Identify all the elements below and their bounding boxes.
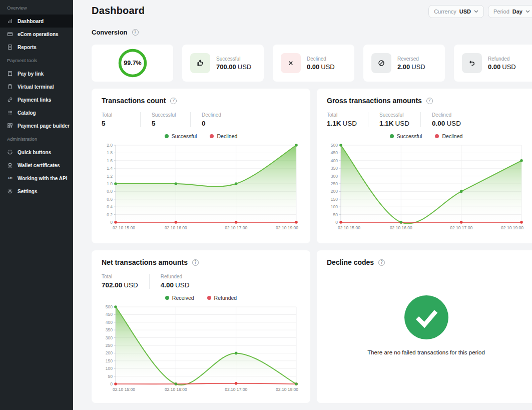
certificate-badge-icon xyxy=(7,162,13,168)
empty-state-message: There are no failed transactions for thi… xyxy=(367,349,485,355)
card-label: Declined xyxy=(307,56,335,62)
help-icon[interactable]: ? xyxy=(378,259,385,266)
conversion-stat-card: Refunded 0.00USD xyxy=(454,45,532,82)
conversion-rate-card: 99.7% xyxy=(92,45,173,82)
panel-transactions-count: Transactions count ? Total 5 Successful … xyxy=(92,89,310,243)
legend-label: Successful xyxy=(172,133,197,139)
sidebar-item[interactable]: Catalog xyxy=(0,106,73,119)
help-icon[interactable]: ? xyxy=(192,259,199,266)
svg-text:02.10 15:00: 02.10 15:00 xyxy=(338,225,360,230)
svg-text:450: 450 xyxy=(331,150,338,155)
svg-text:2.0: 2.0 xyxy=(107,143,113,148)
conversion-cards-row: 99.7% Successful 700.00USD xyxy=(92,45,532,82)
svg-text:1.4: 1.4 xyxy=(107,166,113,171)
stat: Declined 0 xyxy=(202,112,241,127)
legend-dot xyxy=(435,134,439,138)
credit-card-icon xyxy=(7,31,13,37)
svg-text:400: 400 xyxy=(331,158,338,163)
layout-grid-icon xyxy=(7,123,13,129)
sidebar-item[interactable]: Payment links xyxy=(0,93,73,106)
svg-text:02.10 16:00: 02.10 16:00 xyxy=(165,387,187,392)
svg-text:0.2: 0.2 xyxy=(107,212,113,217)
svg-text:150: 150 xyxy=(106,358,113,363)
help-icon[interactable]: ? xyxy=(170,98,177,104)
legend-item[interactable]: Refunded xyxy=(207,295,237,301)
stat: Total 702.00USD xyxy=(102,274,150,289)
help-icon[interactable]: ? xyxy=(132,29,139,36)
svg-text:450: 450 xyxy=(106,312,113,317)
sidebar-item[interactable]: Working with the API xyxy=(0,172,73,185)
card-label: Reversed xyxy=(397,56,425,62)
svg-text:50: 50 xyxy=(108,374,113,379)
api-icon xyxy=(7,175,13,181)
stat: Declined 0.00USD xyxy=(432,112,472,127)
main-content: Dashboard Currency USD Period Day Conver… xyxy=(73,0,532,410)
card-label: Successful xyxy=(216,56,251,62)
svg-text:0: 0 xyxy=(110,381,113,386)
svg-text:300: 300 xyxy=(106,335,113,340)
legend-item[interactable]: Successful xyxy=(390,133,422,139)
gross-amounts-chart: 05010015020025030035040045050002.10 15:0… xyxy=(327,141,525,232)
sidebar-item-label: Wallet certificates xyxy=(18,163,60,168)
sidebar-section: Overview Dashboard eCom operations xyxy=(0,5,73,54)
card-value: 0.00USD xyxy=(488,63,516,71)
panel-title: Net transactions amounts xyxy=(102,258,188,266)
sidebar-item[interactable]: Wallet certificates xyxy=(0,159,73,172)
list-icon xyxy=(7,110,13,116)
sidebar-section: Payment tools Pay by link Virtual termin… xyxy=(0,58,73,132)
sidebar-section-label: Overview xyxy=(7,5,66,11)
sidebar-item-label: Virtual terminal xyxy=(18,84,54,90)
sidebar-item[interactable]: Payment page builder xyxy=(0,119,73,132)
period-select[interactable]: Period Day xyxy=(488,5,532,18)
conversion-section-title: Conversion xyxy=(92,29,128,36)
svg-text:200: 200 xyxy=(106,350,113,355)
legend-item[interactable]: Declined xyxy=(435,133,462,139)
help-icon[interactable]: ? xyxy=(426,98,433,104)
card-label: Refunded xyxy=(488,56,516,62)
sparkle-icon xyxy=(7,149,13,155)
thumbs-up-icon xyxy=(196,59,204,67)
panel-net-amounts: Net transactions amounts ? Total 702.00U… xyxy=(92,250,310,403)
svg-text:250: 250 xyxy=(106,343,113,348)
stat: Successful 5 xyxy=(152,112,191,127)
chevron-down-icon xyxy=(474,10,478,13)
svg-text:1.6: 1.6 xyxy=(107,158,113,163)
svg-text:02.10 17:00: 02.10 17:00 xyxy=(450,225,472,230)
svg-text:02.10 15:00: 02.10 15:00 xyxy=(113,387,135,392)
sidebar-item[interactable]: Virtual terminal xyxy=(0,80,73,93)
panel-title: Gross transactions amounts xyxy=(327,97,422,105)
receipt-icon xyxy=(7,71,13,77)
svg-text:02.10 16:00: 02.10 16:00 xyxy=(165,225,187,230)
sidebar-item-label: Working with the API xyxy=(18,176,67,181)
slash-circle-icon xyxy=(377,59,385,67)
sidebar-item[interactable]: Pay by link xyxy=(0,67,73,80)
page-title: Dashboard xyxy=(92,5,145,17)
legend-dot xyxy=(207,296,211,300)
sidebar-section-label: Payment tools xyxy=(7,58,66,63)
svg-text:50: 50 xyxy=(333,212,338,217)
stat: Refunded 4.00USD xyxy=(161,274,201,289)
currency-select[interactable]: Currency USD xyxy=(428,5,484,18)
sidebar-item[interactable]: Dashboard xyxy=(0,15,73,28)
sidebar-item[interactable]: eCom operations xyxy=(0,28,73,41)
legend-label: Successful xyxy=(397,133,422,139)
stat: Successful 1.1KUSD xyxy=(379,112,421,127)
legend-item[interactable]: Received xyxy=(165,295,194,301)
card-value: 0.00USD xyxy=(307,63,335,71)
legend-label: Refunded xyxy=(214,295,237,301)
legend-item[interactable]: Declined xyxy=(210,133,237,139)
legend-dot xyxy=(210,134,214,138)
svg-text:0: 0 xyxy=(110,220,113,225)
sidebar-item[interactable]: Settings xyxy=(0,185,73,198)
svg-text:150: 150 xyxy=(331,197,338,202)
sidebar-item-label: Payment page builder xyxy=(18,123,70,129)
transactions-count-chart: 00.20.40.60.81.01.21.41.61.82.002.10 15:… xyxy=(102,141,300,232)
sidebar-item[interactable]: Reports xyxy=(0,41,73,54)
sidebar-section: Administration Quick buttons Wallet cert… xyxy=(0,136,73,198)
legend-item[interactable]: Successful xyxy=(165,133,197,139)
svg-text:0.6: 0.6 xyxy=(107,197,113,202)
chevron-down-icon xyxy=(525,10,530,13)
sidebar-item[interactable]: Quick buttons xyxy=(0,146,73,159)
sidebar-section-label: Administration xyxy=(7,136,66,142)
sidebar: Overview Dashboard eCom operations xyxy=(0,0,73,410)
